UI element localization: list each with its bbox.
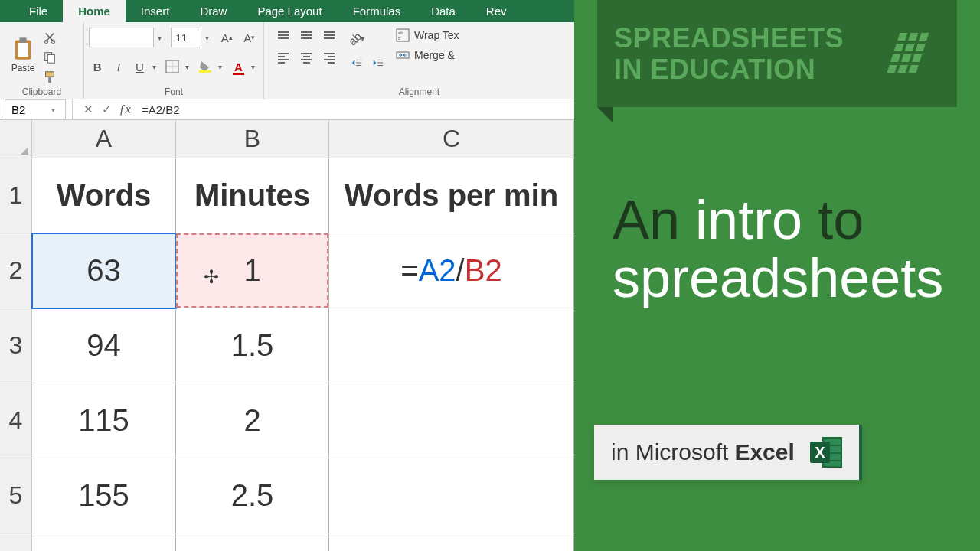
cell-a1[interactable]: Words <box>32 158 176 233</box>
wrap-text-icon: abc <box>396 28 410 42</box>
row-header-1[interactable]: 1 <box>0 158 32 233</box>
promo-title: An intro to spreadsheets <box>612 191 943 307</box>
svg-rect-25 <box>919 33 929 41</box>
font-size-input[interactable]: 11 <box>171 28 201 47</box>
increase-indent-button[interactable] <box>368 53 388 73</box>
align-right-button[interactable] <box>319 48 339 68</box>
c2-ref-b2: B2 <box>465 253 502 288</box>
tab-file[interactable]: File <box>14 0 63 22</box>
fx-button[interactable]: ƒx <box>116 100 134 119</box>
cell-b6[interactable]: 3 <box>176 533 329 551</box>
tab-draw[interactable]: Draw <box>185 0 242 22</box>
title-word2: intro <box>695 189 802 250</box>
row-header-2[interactable]: 2 <box>0 233 32 308</box>
cell-a6[interactable]: 176 <box>32 533 176 551</box>
banner-text: SPREADSHEETS IN EDUCATION <box>614 22 844 86</box>
row-header-6[interactable]: 6 <box>0 533 32 551</box>
cell-b3[interactable]: 1.5 <box>176 308 329 383</box>
fill-color-button[interactable] <box>197 57 214 77</box>
row-header-4[interactable]: 4 <box>0 383 32 458</box>
enter-button[interactable]: ✓ <box>97 100 116 119</box>
name-box-value: B2 <box>11 103 25 116</box>
cell-a2[interactable]: 63 <box>32 233 176 308</box>
font-color-button[interactable]: A <box>230 57 247 77</box>
tab-review[interactable]: Rev <box>471 0 522 22</box>
row-header-3[interactable]: 3 <box>0 308 32 383</box>
cell-c6[interactable] <box>329 533 574 551</box>
col-header-a[interactable]: A <box>32 120 176 158</box>
col-header-b[interactable]: B <box>176 120 329 158</box>
font-size-dropdown-icon[interactable]: ▾ <box>205 34 214 42</box>
align-middle-button[interactable] <box>296 25 316 45</box>
cell-b1[interactable]: Minutes <box>176 158 329 233</box>
excel-icon: X <box>808 434 845 471</box>
wrap-text-label: Wrap Tex <box>414 29 459 41</box>
cell-a5[interactable]: 155 <box>32 458 176 533</box>
tab-insert[interactable]: Insert <box>126 0 185 22</box>
underline-button[interactable]: U <box>131 57 149 77</box>
underline-dropdown-icon[interactable]: ▾ <box>152 63 160 71</box>
tab-formulas[interactable]: Formulas <box>338 0 416 22</box>
cell-c3[interactable] <box>329 308 574 383</box>
bold-button[interactable]: B <box>89 57 106 77</box>
group-font: ▾ 11 ▾ A▴ A▾ B I U ▾ ▾ ▾ <box>84 22 264 99</box>
shrink-font-button[interactable]: A▾ <box>240 28 259 47</box>
cell-a4[interactable]: 115 <box>32 383 176 458</box>
merge-center-label: Merge & <box>414 49 455 61</box>
wrap-text-button[interactable]: abc Wrap Tex <box>396 28 459 42</box>
format-painter-button[interactable] <box>41 70 58 85</box>
cell-b4[interactable]: 2 <box>176 383 329 458</box>
name-box-dropdown-icon[interactable]: ▾ <box>51 106 62 114</box>
cancel-button[interactable]: ✕ <box>79 100 97 119</box>
fill-dropdown-icon[interactable]: ▾ <box>218 63 226 71</box>
borders-button[interactable] <box>164 57 181 77</box>
orientation-button[interactable]: ab▾ <box>347 28 371 48</box>
cell-b2[interactable]: ✢ 1 <box>176 233 329 308</box>
formula-bar: B2 ▾ ✕ ✓ ƒx =A2/B2 <box>0 99 574 120</box>
name-box[interactable]: B2 ▾ <box>5 99 66 119</box>
ribbon-tabs: File Home Insert Draw Page Layout Formul… <box>0 0 574 22</box>
cell-c1[interactable]: Words per min <box>329 158 574 233</box>
align-top-button[interactable] <box>273 25 293 45</box>
col-header-c[interactable]: C <box>329 120 574 158</box>
align-center-button[interactable] <box>296 48 316 68</box>
sub-badge: in Microsoft Excel X <box>594 425 862 480</box>
row-header-5[interactable]: 5 <box>0 458 32 533</box>
banner: SPREADSHEETS IN EDUCATION <box>597 0 957 107</box>
title-word4: spreadsheets <box>612 247 943 308</box>
font-color-dropdown-icon[interactable]: ▾ <box>251 63 259 71</box>
tab-page-layout[interactable]: Page Layout <box>242 0 337 22</box>
sub-bold: Excel <box>734 439 794 465</box>
font-name-input[interactable] <box>89 28 154 47</box>
svg-rect-7 <box>46 72 54 77</box>
align-bottom-button[interactable] <box>319 25 339 45</box>
cell-c5[interactable] <box>329 458 574 533</box>
merge-center-button[interactable]: Merge & <box>396 48 459 62</box>
cell-b2-value: 1 <box>243 253 260 288</box>
decrease-indent-button[interactable] <box>347 53 367 73</box>
formula-input[interactable]: =A2/B2 <box>134 103 574 116</box>
group-clipboard: Paste Clipboard <box>0 22 84 99</box>
cell-c4[interactable] <box>329 383 574 458</box>
copy-button[interactable] <box>41 50 58 65</box>
grow-font-button[interactable]: A▴ <box>217 28 237 47</box>
cut-button[interactable] <box>41 30 58 45</box>
font-name-dropdown-icon[interactable]: ▾ <box>158 34 166 42</box>
cell-b5[interactable]: 2.5 <box>176 458 329 533</box>
paste-button[interactable]: Paste <box>5 25 41 85</box>
cell-a3[interactable]: 94 <box>32 308 176 383</box>
tab-data[interactable]: Data <box>416 0 471 22</box>
svg-text:c: c <box>398 36 400 41</box>
align-left-button[interactable] <box>273 48 293 68</box>
italic-button[interactable]: I <box>110 57 128 77</box>
cell-c2[interactable]: =A2/B2 <box>329 233 574 308</box>
title-word3: to <box>818 189 864 250</box>
alignment-grid <box>273 25 339 85</box>
ribbon: Paste Clipboard ▾ 11 ▾ <box>0 22 574 99</box>
tab-home[interactable]: Home <box>63 0 126 22</box>
title-word1: An <box>612 189 680 250</box>
promo-panel: SPREADSHEETS IN EDUCATION An intro to sp… <box>574 0 980 551</box>
borders-dropdown-icon[interactable]: ▾ <box>185 63 193 71</box>
c2-ref-a2: A2 <box>419 253 456 288</box>
select-all-corner[interactable] <box>0 120 32 158</box>
